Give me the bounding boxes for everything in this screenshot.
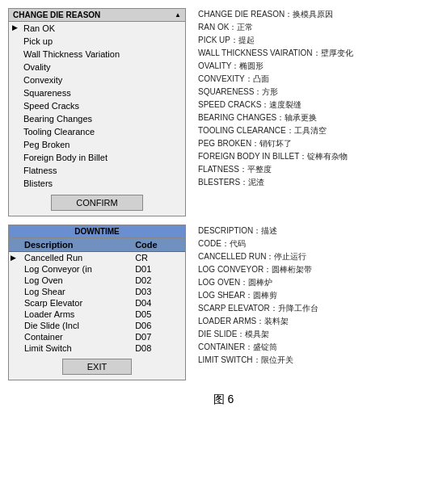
die-reason-translation-line: PICK UP：提起 <box>198 34 439 47</box>
row-description: Container <box>20 331 131 342</box>
downtime-translations: DESCRIPTION：描述CODE：代码CANCELLED RUN：停止运行L… <box>198 225 439 380</box>
row-description: Cancelled Run <box>20 252 131 264</box>
header-scroll-col <box>175 238 185 252</box>
row-scroll-col <box>175 320 185 331</box>
row-description: Limit Switch <box>20 342 131 354</box>
row-description: Log Shear <box>20 286 131 297</box>
scroll-up-arrow[interactable]: ▲ <box>175 11 181 19</box>
die-reason-item[interactable]: Bearing Changes <box>9 112 185 125</box>
header-code: Code <box>131 238 175 252</box>
downtime-translation-line: CODE：代码 <box>198 237 439 250</box>
row-scroll-col <box>175 263 185 275</box>
die-reason-panel: CHANGE DIE REASON ▲ Ran OKPick upWall Th… <box>8 8 186 216</box>
row-code: D01 <box>131 263 175 275</box>
downtime-table-body: ▶Cancelled RunCRLog Conveyor (inD01Log O… <box>9 252 185 355</box>
downtime-table-row[interactable]: Scarp ElevatorD04 <box>9 297 185 309</box>
die-reason-list-wrapper: Ran OKPick upWall Thickness VariationOva… <box>9 22 185 190</box>
die-reason-item[interactable]: Pick up <box>9 35 185 48</box>
row-arrow-cell <box>9 309 20 320</box>
row-code: D06 <box>131 320 175 331</box>
downtime-table-row[interactable]: Limit SwitchD08 <box>9 342 185 354</box>
downtime-translation-line: CONTAINER：盛锭筒 <box>198 341 439 354</box>
die-reason-item[interactable]: Convexity <box>9 74 185 86</box>
die-reason-translation-line: FOREIGN BODY IN BILLET：锭棒有杂物 <box>198 150 439 163</box>
downtime-table-row[interactable]: Log OvenD02 <box>9 275 185 286</box>
die-reason-translation-line: CHANGE DIE REASON：换模具原因 <box>198 8 439 21</box>
row-code: D04 <box>131 297 175 309</box>
die-reason-item[interactable]: Blisters <box>9 177 185 190</box>
die-reason-item[interactable]: Wall Thickness Variation <box>9 48 185 61</box>
downtime-table-row[interactable]: Log Conveyor (inD01 <box>9 263 185 275</box>
die-reason-item[interactable]: Speed Cracks <box>9 99 185 112</box>
row-code: D07 <box>131 331 175 342</box>
die-reason-item[interactable]: Squareness <box>9 86 185 99</box>
row-scroll-col <box>175 252 185 264</box>
row-description: Loader Arms <box>20 309 131 320</box>
row-code: D02 <box>131 275 175 286</box>
row-scroll-col <box>175 309 185 320</box>
die-reason-panel-title: CHANGE DIE REASON ▲ <box>9 9 185 22</box>
row-code: D08 <box>131 342 175 354</box>
row-scroll-col <box>175 286 185 297</box>
downtime-table-row[interactable]: ▶Cancelled RunCR <box>9 252 185 264</box>
downtime-table-row[interactable]: Log ShearD03 <box>9 286 185 297</box>
die-reason-item[interactable]: Flatness <box>9 164 185 177</box>
die-reason-translation-line: WALL THICKNESS VAIRATION：壁厚变化 <box>198 47 439 60</box>
die-reason-item[interactable]: Ovality <box>9 61 185 74</box>
downtime-translation-line: LOG SHEAR：圆棒剪 <box>198 289 439 302</box>
header-arrow-col <box>9 238 20 252</box>
row-scroll-col <box>175 297 185 309</box>
row-arrow-cell <box>9 286 20 297</box>
die-reason-translation-line: RAN OK：正常 <box>198 21 439 34</box>
row-description: Log Oven <box>20 275 131 286</box>
downtime-translation-line: DIE SLIDE：模具架 <box>198 328 439 341</box>
row-description: Log Conveyor (in <box>20 263 131 275</box>
downtime-translation-line: LIMIT SWITCH：限位开关 <box>198 354 439 367</box>
row-arrow-cell <box>9 297 20 309</box>
die-reason-translation-line: SPEED CRACKS：速度裂缝 <box>198 99 439 111</box>
downtime-table-row[interactable]: Loader ArmsD05 <box>9 309 185 320</box>
downtime-translation-line: LOG CONVEYOR：圆棒桁架带 <box>198 263 439 276</box>
row-code: D05 <box>131 309 175 320</box>
downtime-table: Description Code ▶Cancelled RunCRLog Con… <box>9 238 185 354</box>
die-reason-translation-line: OVALITY：椭圆形 <box>198 60 439 73</box>
die-reason-translation-line: TOOLING CLEARANCE：工具清空 <box>198 124 439 137</box>
downtime-table-wrapper: Description Code ▶Cancelled RunCRLog Con… <box>9 238 185 354</box>
downtime-panel: DOWNTIME Description Code ▶Cancelled Run… <box>8 225 186 380</box>
row-description: Die Slide (Incl <box>20 320 131 331</box>
die-reason-translations: CHANGE DIE REASON：换模具原因RAN OK：正常PICK UP：… <box>198 8 439 216</box>
row-scroll-col <box>175 342 185 354</box>
die-reason-translation-line: BLESTERS：泥渣 <box>198 176 439 189</box>
downtime-table-row[interactable]: Die Slide (InclD06 <box>9 320 185 331</box>
downtime-panel-title: DOWNTIME <box>9 225 185 238</box>
row-arrow-cell <box>9 331 20 342</box>
die-reason-item[interactable]: Foreign Body in Billet <box>9 151 185 164</box>
downtime-translation-line: SCARP ELEVATOR：升降工作台 <box>198 302 439 315</box>
downtime-table-row[interactable]: ContainerD07 <box>9 331 185 342</box>
row-description: Scarp Elevator <box>20 297 131 309</box>
die-reason-translation-line: PEG BROKEN：销钉坏了 <box>198 137 439 150</box>
top-section: CHANGE DIE REASON ▲ Ran OKPick upWall Th… <box>8 8 439 216</box>
die-reason-item[interactable]: Ran OK <box>9 22 185 35</box>
downtime-translation-line: LOG OVEN：圆棒炉 <box>198 276 439 289</box>
die-reason-title-text: CHANGE DIE REASON <box>13 10 100 19</box>
confirm-button-wrap: CONFIRM <box>9 190 185 216</box>
row-scroll-col <box>175 275 185 286</box>
exit-button-wrap: EXIT <box>9 354 185 380</box>
die-reason-translation-line: CONVEXITY：凸面 <box>198 73 439 86</box>
downtime-translation-line: CANCELLED RUN：停止运行 <box>198 250 439 263</box>
downtime-title-text: DOWNTIME <box>74 227 120 236</box>
row-arrow-cell <box>9 263 20 275</box>
figure-text: 图 6 <box>213 393 234 405</box>
confirm-button[interactable]: CONFIRM <box>51 195 142 211</box>
row-arrow-cell <box>9 320 20 331</box>
die-reason-translation-line: BEARING CHANGES：轴承更换 <box>198 111 439 124</box>
figure-caption: 图 6 <box>8 393 439 407</box>
bottom-section: DOWNTIME Description Code ▶Cancelled Run… <box>8 225 439 380</box>
exit-button[interactable]: EXIT <box>62 359 132 375</box>
die-reason-item[interactable]: Tooling Clearance <box>9 125 185 138</box>
row-arrow-cell <box>9 342 20 354</box>
downtime-translation-line: LOADER ARMS：装料架 <box>198 315 439 328</box>
die-reason-item[interactable]: Peg Broken <box>9 138 185 151</box>
row-code: CR <box>131 252 175 264</box>
